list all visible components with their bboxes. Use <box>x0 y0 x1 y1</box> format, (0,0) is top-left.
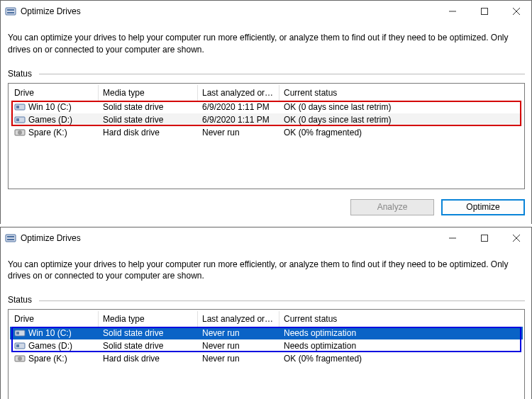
minimize-button[interactable] <box>436 1 468 22</box>
svg-rect-17 <box>481 235 487 241</box>
description-text: You can optimize your drives to help you… <box>8 32 525 56</box>
table-header: Drive Media type Last analyzed or o... C… <box>10 311 523 327</box>
status-label: Status <box>8 295 32 305</box>
svg-rect-10 <box>16 118 19 121</box>
col-last-analyzed[interactable]: Last analyzed or o... <box>198 311 279 327</box>
media-type-cell: Hard disk drive <box>99 127 198 138</box>
drive-name: Games (D:) <box>28 341 72 351</box>
ssd-drive-icon <box>14 329 26 337</box>
table-row[interactable]: Games (D:)Solid state driveNever runNeed… <box>10 339 523 352</box>
media-type-cell: Solid state drive <box>99 327 198 339</box>
close-button[interactable] <box>500 227 532 249</box>
ssd-drive-icon <box>14 342 26 350</box>
maximize-button[interactable] <box>468 227 500 249</box>
maximize-button[interactable] <box>468 1 500 22</box>
media-type-cell: Solid state drive <box>99 114 198 125</box>
close-button[interactable] <box>500 1 532 22</box>
last-analyzed-cell: Never run <box>198 353 279 364</box>
optimize-button[interactable]: Optimize <box>441 199 525 215</box>
svg-rect-21 <box>16 332 19 335</box>
svg-rect-4 <box>481 9 487 15</box>
window-controls <box>436 1 532 22</box>
media-type-cell: Hard disk drive <box>99 353 198 364</box>
table-header: Drive Media type Last analyzed or o... C… <box>10 85 523 101</box>
drive-name: Spare (K:) <box>28 128 67 137</box>
table-row[interactable]: Games (D:)Solid state drive6/9/2020 1:11… <box>10 113 523 126</box>
analyze-button[interactable]: Analyze <box>350 199 434 215</box>
col-drive[interactable]: Drive <box>10 85 99 101</box>
table-row[interactable]: Spare (K:)Hard disk driveNever runOK (0%… <box>10 126 523 139</box>
media-type-cell: Solid state drive <box>99 340 198 352</box>
col-last-analyzed[interactable]: Last analyzed or o... <box>198 85 279 101</box>
table-row[interactable]: Win 10 (C:)Solid state drive6/9/2020 1:1… <box>10 101 523 113</box>
current-status-cell: Needs optimization <box>279 340 523 352</box>
svg-rect-14 <box>7 236 14 237</box>
optimize-drives-window-bottom: Optimize Drives You can optimize your dr… <box>0 227 532 399</box>
col-drive[interactable]: Drive <box>10 311 99 327</box>
col-current-status[interactable]: Current status <box>279 311 523 327</box>
status-divider <box>39 300 525 301</box>
drive-name: Win 10 (C:) <box>28 328 72 338</box>
media-type-cell: Solid state drive <box>99 101 198 113</box>
table-row[interactable]: Win 10 (C:)Solid state driveNever runNee… <box>10 327 523 339</box>
titlebar: Optimize Drives <box>1 1 532 22</box>
drive-name: Spare (K:) <box>28 354 67 364</box>
col-media-type[interactable]: Media type <box>99 85 198 101</box>
last-analyzed-cell: Never run <box>198 127 279 138</box>
svg-rect-0 <box>6 8 16 15</box>
titlebar: Optimize Drives <box>1 227 532 249</box>
current-status-cell: OK (0 days since last retrim) <box>279 114 523 125</box>
table-row[interactable]: Spare (K:)Hard disk driveNever runOK (0%… <box>10 352 523 365</box>
description-text: You can optimize your drives to help you… <box>8 259 525 283</box>
ssd-drive-icon <box>14 103 26 111</box>
last-analyzed-cell: 6/9/2020 1:11 PM <box>198 114 279 125</box>
col-current-status[interactable]: Current status <box>279 85 523 101</box>
svg-rect-1 <box>7 9 14 11</box>
hdd-drive-icon <box>14 128 26 137</box>
drive-name: Win 10 (C:) <box>28 102 72 112</box>
svg-rect-23 <box>16 344 19 347</box>
svg-rect-2 <box>7 12 14 13</box>
last-analyzed-cell: Never run <box>198 340 279 352</box>
optimize-drives-icon <box>5 6 16 17</box>
svg-rect-15 <box>7 239 14 240</box>
status-label: Status <box>8 69 32 79</box>
ssd-drive-icon <box>14 116 26 124</box>
window-title: Optimize Drives <box>21 6 81 16</box>
drives-table: Drive Media type Last analyzed or o... C… <box>8 309 525 399</box>
drive-name: Games (D:) <box>28 115 72 125</box>
svg-rect-13 <box>6 235 16 242</box>
optimize-drives-window-top: Optimize Drives You can optimize your dr… <box>0 0 532 224</box>
svg-rect-8 <box>16 106 19 108</box>
current-status-cell: Needs optimization <box>279 327 523 339</box>
svg-point-25 <box>18 356 22 361</box>
last-analyzed-cell: 6/9/2020 1:11 PM <box>198 101 279 113</box>
last-analyzed-cell: Never run <box>198 327 279 339</box>
status-divider <box>39 74 525 74</box>
current-status-cell: OK (0% fragmented) <box>279 353 523 364</box>
drives-table: Drive Media type Last analyzed or o... C… <box>8 83 525 189</box>
hdd-drive-icon <box>14 354 26 363</box>
window-title: Optimize Drives <box>21 233 81 243</box>
current-status-cell: OK (0 days since last retrim) <box>279 101 523 113</box>
optimize-drives-icon <box>5 232 16 244</box>
col-media-type[interactable]: Media type <box>99 311 198 327</box>
window-controls <box>436 227 532 249</box>
minimize-button[interactable] <box>436 227 468 249</box>
svg-point-12 <box>18 130 22 135</box>
current-status-cell: OK (0% fragmented) <box>279 127 523 138</box>
